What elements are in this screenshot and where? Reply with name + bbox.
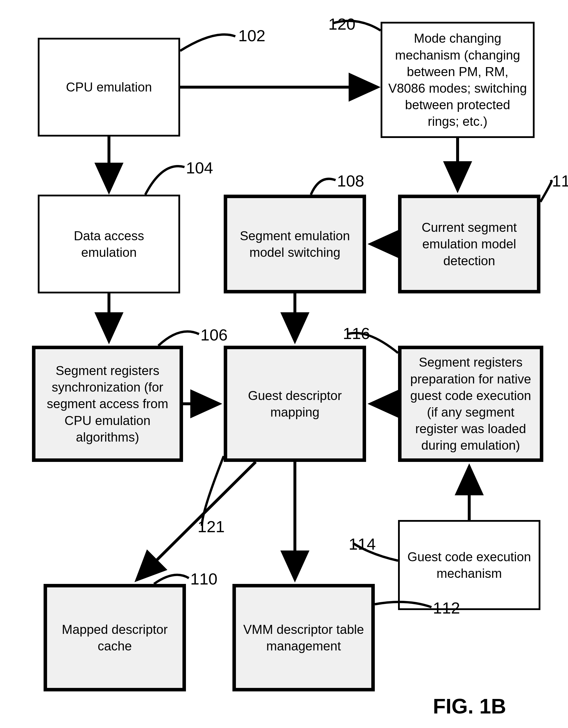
ref-102: 102 <box>238 26 265 45</box>
box-text: Mode changing mechanism (changing betwee… <box>388 30 527 130</box>
box-text: Data access emulation <box>45 227 173 261</box>
ref-116: 116 <box>343 324 370 343</box>
box-data-access: Data access emulation <box>38 195 180 293</box>
ref-114: 114 <box>349 535 376 553</box>
box-cpu-emulation: CPU emulation <box>38 38 180 137</box>
figure-label: FIG. 1B <box>433 694 506 718</box>
box-text: Segment emulation model switching <box>233 227 357 261</box>
box-mode-changing: Mode changing mechanism (changing betwee… <box>381 22 535 138</box>
box-text: Guest descriptor mapping <box>233 387 357 420</box>
svg-line-10 <box>137 462 256 580</box>
ref-106: 106 <box>200 325 227 344</box>
box-text: Mapped descriptor cache <box>53 621 177 654</box>
ref-108: 108 <box>337 171 364 190</box>
box-mapped-cache: Mapped descriptor cache <box>44 584 186 691</box>
box-guest-code-exec: Guest code execution mechanism <box>398 520 540 610</box>
ref-110: 110 <box>190 569 217 588</box>
box-segment-prep: Segment registers preparation for native… <box>398 346 543 462</box>
ref-104: 104 <box>186 158 213 177</box>
box-text: Segment registers preparation for native… <box>407 354 534 453</box>
box-text: Current segment emulation model detectio… <box>407 219 531 269</box>
box-vmm-table: VMM descriptor table management <box>232 584 375 691</box>
ref-121: 121 <box>198 517 225 536</box>
ref-120: 120 <box>328 15 355 33</box>
box-segment-sync: Segment registers synchronization (for s… <box>32 346 183 462</box>
ref-118: 118 <box>552 171 568 190</box>
box-segment-switching: Segment emulation model switching <box>224 195 366 293</box>
ref-112: 112 <box>433 598 460 617</box>
box-guest-descriptor: Guest descriptor mapping <box>224 346 366 462</box>
box-segment-detection: Current segment emulation model detectio… <box>398 195 540 293</box>
box-text: CPU emulation <box>66 79 152 95</box>
box-text: Guest code execution mechanism <box>406 548 533 582</box>
box-text: Segment registers synchronization (for s… <box>41 362 174 445</box>
box-text: VMM descriptor table management <box>242 621 365 654</box>
